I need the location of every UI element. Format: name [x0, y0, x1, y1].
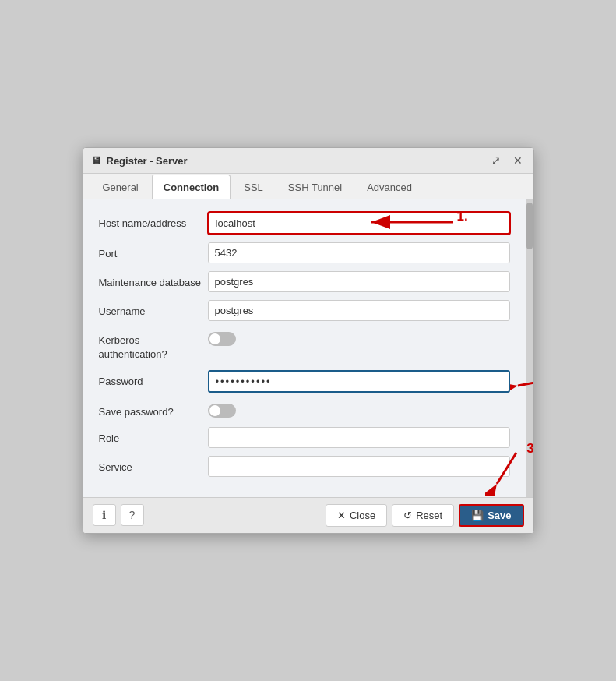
title-bar: 🖥 Register - Server ⤢ ✕: [83, 148, 533, 174]
maintenance-db-field: [208, 271, 510, 292]
help-button[interactable]: ?: [121, 504, 144, 526]
password-row: Password 2.: [99, 370, 510, 393]
host-field-wrapper: 1.: [208, 212, 510, 235]
save-password-toggle-thumb: [209, 405, 220, 416]
info-icon: ℹ: [102, 509, 106, 521]
kerberos-label: Kerberos authentication?: [99, 329, 208, 362]
dialog-title: Register - Server: [107, 155, 188, 167]
reset-icon: ↺: [403, 510, 412, 521]
server-icon: 🖥: [91, 154, 102, 167]
port-field: [208, 242, 510, 263]
maintenance-db-label: Maintenance database: [99, 271, 208, 290]
save-password-toggle-wrap: [208, 400, 510, 418]
kerberos-field: [208, 329, 510, 346]
save-icon: 💾: [471, 510, 484, 521]
role-input[interactable]: [208, 427, 510, 448]
close-dialog-button[interactable]: ✕: [510, 153, 526, 168]
kerberos-toggle-wrap: [208, 329, 510, 346]
username-label: Username: [99, 300, 208, 319]
register-server-dialog: 🖥 Register - Server ⤢ ✕ General Connecti…: [83, 147, 534, 534]
help-icon: ?: [129, 509, 136, 521]
tabs-bar: General Connection SSL SSH Tunnel Advanc…: [83, 174, 533, 199]
password-field-wrapper: 2.: [208, 370, 510, 393]
dialog-body: Host name/address 1.: [83, 199, 533, 497]
title-bar-left: 🖥 Register - Server: [91, 154, 188, 167]
kerberos-toggle-thumb: [209, 333, 220, 344]
footer-right: ✕ Close ↺ Reset 💾 Save 3.: [326, 504, 524, 527]
host-input[interactable]: [208, 212, 510, 235]
info-button[interactable]: ℹ: [93, 504, 116, 526]
password-label: Password: [99, 370, 208, 389]
service-input[interactable]: [208, 456, 510, 477]
footer-left: ℹ ?: [93, 504, 144, 526]
port-label: Port: [99, 242, 208, 261]
save-label: Save: [488, 510, 511, 521]
tab-connection[interactable]: Connection: [152, 175, 231, 199]
reset-label: Reset: [416, 510, 442, 521]
tab-general[interactable]: General: [91, 175, 150, 199]
expand-button[interactable]: ⤢: [488, 153, 504, 168]
form-content: Host name/address 1.: [83, 199, 526, 497]
username-input[interactable]: [208, 300, 510, 321]
host-row: Host name/address 1.: [99, 212, 510, 235]
save-password-toggle-track: [208, 404, 236, 418]
role-label: Role: [99, 427, 208, 446]
title-bar-actions: ⤢ ✕: [488, 153, 526, 168]
username-row: Username: [99, 300, 510, 321]
save-password-toggle[interactable]: [208, 404, 236, 418]
tab-ssl[interactable]: SSL: [232, 175, 275, 199]
tab-advanced[interactable]: Advanced: [355, 175, 424, 199]
kerberos-toggle-track: [208, 332, 236, 346]
reset-button[interactable]: ↺ Reset: [392, 504, 454, 527]
scrollbar[interactable]: [526, 199, 533, 497]
service-label: Service: [99, 456, 208, 475]
close-x-icon: ✕: [337, 510, 346, 521]
save-password-field: [208, 400, 510, 418]
role-field: [208, 427, 510, 448]
maintenance-db-input[interactable]: [208, 271, 510, 292]
port-row: Port: [99, 242, 510, 263]
save-password-label: Save password?: [99, 400, 208, 419]
save-password-row: Save password?: [99, 400, 510, 419]
service-row: Service: [99, 456, 510, 477]
port-input[interactable]: [208, 242, 510, 263]
kerberos-toggle[interactable]: [208, 332, 236, 346]
tab-ssh-tunnel[interactable]: SSH Tunnel: [276, 175, 354, 199]
save-button[interactable]: 💾 Save: [459, 504, 523, 527]
maintenance-db-row: Maintenance database: [99, 271, 510, 292]
footer: ℹ ? ✕ Close ↺ Reset 💾 Save: [83, 497, 533, 533]
close-label: Close: [350, 510, 375, 521]
scrollbar-thumb[interactable]: [526, 203, 533, 249]
username-field: [208, 300, 510, 321]
host-label: Host name/address: [99, 212, 208, 231]
password-input[interactable]: [208, 370, 510, 393]
kerberos-row: Kerberos authentication?: [99, 329, 510, 362]
service-field: [208, 456, 510, 477]
role-row: Role: [99, 427, 510, 448]
close-button[interactable]: ✕ Close: [326, 504, 387, 527]
